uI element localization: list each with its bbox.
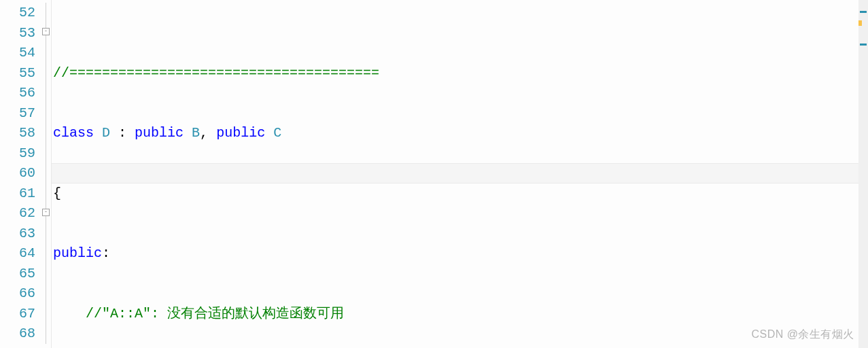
line-number: 58	[0, 123, 35, 143]
line-number: 54	[0, 43, 35, 63]
line-number: 57	[0, 103, 35, 124]
vertical-scrollbar[interactable]	[858, 0, 868, 348]
line-number: 60	[0, 163, 35, 184]
line-number: 52	[0, 3, 35, 23]
line-number: 68	[0, 324, 35, 344]
fold-column: - -	[41, 0, 52, 348]
line-number: 62	[0, 203, 35, 224]
current-line-highlight	[52, 163, 868, 184]
line-number: 59	[0, 143, 35, 164]
line-number: 65	[0, 264, 35, 284]
code-line: {	[53, 184, 868, 204]
line-number: 63	[0, 224, 35, 244]
scroll-edit-marker	[858, 23, 862, 26]
line-number: 66	[0, 283, 35, 304]
line-number: 64	[0, 243, 35, 264]
code-editor[interactable]: 52 53 54 55 56 57 58 59 60 61 62 63 64 6…	[0, 0, 868, 348]
code-line: //======================================	[53, 63, 868, 84]
scroll-marker	[860, 44, 867, 46]
line-number-gutter: 52 53 54 55 56 57 58 59 60 61 62 63 64 6…	[0, 0, 41, 348]
line-number: 61	[0, 184, 35, 204]
fold-toggle-icon[interactable]: -	[42, 209, 50, 216]
code-area[interactable]: //======================================…	[52, 0, 868, 348]
line-number: 56	[0, 83, 35, 103]
code-line: class D : public B, public C	[53, 123, 868, 143]
code-line: public:	[53, 243, 868, 264]
line-number: 67	[0, 304, 35, 324]
watermark: CSDN @余生有烟火	[751, 324, 854, 345]
line-number: 55	[0, 63, 35, 84]
line-number: 53	[0, 23, 35, 44]
scroll-marker	[860, 11, 867, 13]
code-line: //"A::A": 没有合适的默认构造函数可用	[53, 304, 868, 324]
fold-toggle-icon[interactable]: -	[42, 28, 50, 35]
